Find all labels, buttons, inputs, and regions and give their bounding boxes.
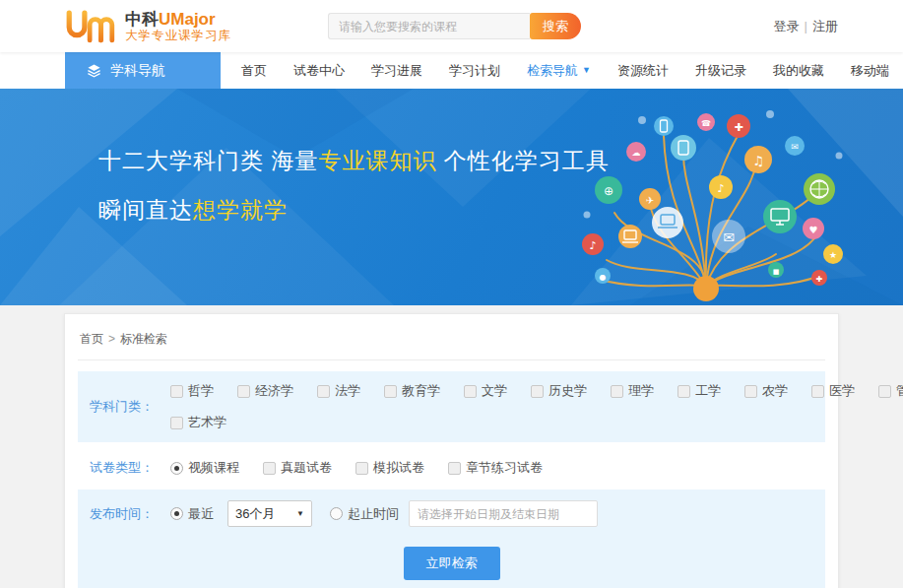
checkbox-icon[interactable] xyxy=(355,462,368,475)
checkbox-icon[interactable] xyxy=(677,385,690,398)
months-select[interactable]: 36个月 ▼ xyxy=(227,500,312,527)
checkbox-icon[interactable] xyxy=(744,385,757,398)
search-now-button[interactable]: 立即检索 xyxy=(404,547,500,580)
course-search: 搜索 xyxy=(328,13,581,39)
register-link[interactable]: 注册 xyxy=(812,19,838,33)
paper-type-label: 试卷类型： xyxy=(90,459,170,477)
checkbox-history[interactable]: 历史学 xyxy=(531,382,587,400)
checkbox-real-exam-paper[interactable]: 真题试卷 xyxy=(263,459,332,477)
subject-nav-label: 学科导航 xyxy=(110,62,165,80)
caret-down-icon: ▼ xyxy=(582,66,591,75)
checkbox-law[interactable]: 法学 xyxy=(317,382,360,400)
checkbox-label: 历史学 xyxy=(548,382,587,400)
radio-label: 最近 xyxy=(188,505,214,523)
svg-text:♥: ♥ xyxy=(809,225,818,235)
checkbox-engineering[interactable]: 工学 xyxy=(677,382,721,400)
checkbox-label: 农学 xyxy=(762,382,788,400)
radio-unselected-icon[interactable] xyxy=(330,507,343,520)
brand-name-en: UMajor xyxy=(159,10,216,29)
subject-category-options: 哲学 经济学 法学 教育学 文学 历史学 理学 工学 农学 医学 管理学 艺术学 xyxy=(170,382,903,431)
radio-recent[interactable]: 最近 xyxy=(170,505,214,523)
checkbox-philosophy[interactable]: 哲学 xyxy=(170,382,214,400)
site-logo[interactable]: 中科UMajor 大学专业课学习库 xyxy=(64,8,328,45)
checkbox-label: 章节练习试卷 xyxy=(466,459,543,477)
checkbox-icon[interactable] xyxy=(464,385,477,398)
radio-date-range[interactable]: 起止时间 xyxy=(330,505,399,523)
checkbox-literature[interactable]: 文学 xyxy=(464,382,507,400)
checkbox-label: 教育学 xyxy=(402,382,440,400)
auth-divider: | xyxy=(805,19,807,33)
main-nav: 学科导航 首页 试卷中心 学习进展 学习计划 检索导航 ▼ 资源统计 升级记录 … xyxy=(0,52,903,89)
date-range-input[interactable] xyxy=(409,500,598,527)
checkbox-label: 理学 xyxy=(628,382,654,400)
svg-text:★: ★ xyxy=(829,250,837,260)
svg-text:■: ■ xyxy=(773,268,780,276)
um-logo-icon xyxy=(64,8,117,45)
radio-label: 起止时间 xyxy=(348,505,399,523)
checkbox-mock-paper[interactable]: 模拟试卷 xyxy=(355,459,424,477)
checkbox-agriculture[interactable]: 农学 xyxy=(744,382,788,400)
svg-text:♪: ♪ xyxy=(589,239,596,252)
checkbox-icon[interactable] xyxy=(384,385,397,398)
login-link[interactable]: 登录 xyxy=(774,19,800,33)
paper-type-options: 视频课程 真题试卷 模拟试卷 章节练习试卷 xyxy=(170,459,813,477)
svg-text:☎: ☎ xyxy=(701,119,711,128)
nav-item-paper-center[interactable]: 试卷中心 xyxy=(293,62,345,80)
checkbox-icon[interactable] xyxy=(611,385,623,398)
search-input[interactable] xyxy=(328,13,530,39)
checkbox-icon[interactable] xyxy=(878,385,891,398)
checkbox-art[interactable]: 艺术学 xyxy=(170,414,226,431)
nav-item-study-plan[interactable]: 学习计划 xyxy=(449,62,500,80)
checkbox-icon[interactable] xyxy=(531,385,544,398)
checkbox-icon[interactable] xyxy=(811,385,824,398)
nav-item-search-nav-label: 检索导航 xyxy=(527,62,578,80)
svg-text:♫: ♫ xyxy=(752,154,764,168)
svg-text:✚: ✚ xyxy=(816,275,823,284)
radio-selected-icon[interactable] xyxy=(170,507,183,520)
radio-selected-icon[interactable] xyxy=(170,462,183,475)
banner-text: 十二大学科门类 海量专业课知识 个性化学习工具 瞬间直达想学就学 xyxy=(98,146,610,226)
checkbox-science[interactable]: 理学 xyxy=(611,382,654,400)
paper-type-panel: 试卷类型： 视频课程 真题试卷 模拟试卷 章节练习试卷 xyxy=(78,453,825,479)
checkbox-icon[interactable] xyxy=(170,385,183,398)
checkbox-education[interactable]: 教育学 xyxy=(384,382,440,400)
checkbox-icon[interactable] xyxy=(170,417,183,429)
checkbox-icon[interactable] xyxy=(448,462,461,475)
checkbox-economics[interactable]: 经济学 xyxy=(237,382,293,400)
checkbox-label: 法学 xyxy=(335,382,360,400)
checkbox-label: 经济学 xyxy=(255,382,293,400)
checkbox-management[interactable]: 管理学 xyxy=(878,382,903,400)
breadcrumb-home[interactable]: 首页 xyxy=(80,332,103,346)
nav-item-mobile[interactable]: 移动端 xyxy=(851,62,889,80)
submit-row: 立即检索 xyxy=(90,547,813,580)
checkbox-icon[interactable] xyxy=(317,385,330,398)
checkbox-icon[interactable] xyxy=(237,385,250,398)
breadcrumb-separator: > xyxy=(108,332,115,346)
publish-time-controls: 最近 36个月 ▼ 起止时间 xyxy=(170,500,813,527)
nav-item-search-nav[interactable]: 检索导航 ▼ xyxy=(527,62,591,80)
hero-banner: 十二大学科门类 海量专业课知识 个性化学习工具 瞬间直达想学就学 ♪ ⊕ ● ✈… xyxy=(0,89,903,305)
subject-row-2: 艺术学 xyxy=(170,414,903,431)
checkbox-medicine[interactable]: 医学 xyxy=(811,382,855,400)
caret-down-icon: ▼ xyxy=(296,510,304,518)
checkbox-label: 模拟试卷 xyxy=(373,459,424,477)
subject-nav-button[interactable]: 学科导航 xyxy=(65,52,221,89)
subject-category-label: 学科门类： xyxy=(90,382,170,431)
search-button[interactable]: 搜索 xyxy=(530,13,581,39)
publish-time-panel: 发布时间： 最近 36个月 ▼ 起止时间 立即检索 xyxy=(78,490,825,588)
months-select-value: 36个月 xyxy=(235,505,275,523)
nav-item-upgrade-log[interactable]: 升级记录 xyxy=(695,62,746,80)
svg-text:☁: ☁ xyxy=(632,148,641,158)
nav-item-favorites[interactable]: 我的收藏 xyxy=(773,62,824,80)
nav-item-home[interactable]: 首页 xyxy=(241,62,267,80)
radio-video-course[interactable]: 视频课程 xyxy=(170,459,239,477)
checkbox-label: 真题试卷 xyxy=(281,459,332,477)
checkbox-icon[interactable] xyxy=(263,462,276,475)
checkbox-chapter-practice-paper[interactable]: 章节练习试卷 xyxy=(448,459,543,477)
subject-row-1: 哲学 经济学 法学 教育学 文学 历史学 理学 工学 农学 医学 管理学 xyxy=(170,382,903,400)
nav-item-progress[interactable]: 学习进展 xyxy=(371,62,422,80)
layers-icon xyxy=(87,63,101,78)
banner-line-1: 十二大学科门类 海量专业课知识 个性化学习工具 xyxy=(98,146,610,176)
publish-time-options: 最近 36个月 ▼ 起止时间 xyxy=(170,500,813,527)
nav-item-resource-stats[interactable]: 资源统计 xyxy=(617,62,669,80)
